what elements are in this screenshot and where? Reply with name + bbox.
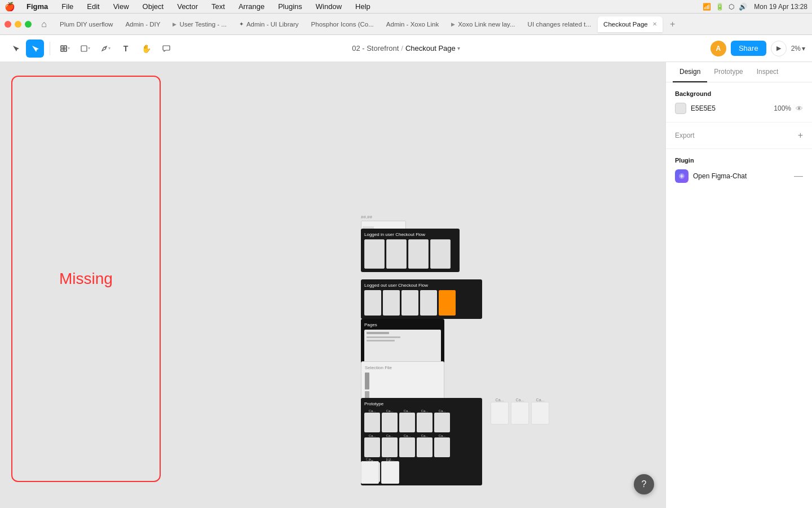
background-color-swatch[interactable] [675, 103, 686, 114]
tool-group-comment [157, 40, 175, 58]
status-icons: 📶 🔋 ⬡ 🔊 [703, 3, 747, 11]
menu-window[interactable]: Window [314, 1, 344, 12]
menu-vector[interactable]: Vector [175, 1, 200, 12]
mini-frame-orange [439, 290, 456, 316]
right-proto-3: Ca... [531, 398, 549, 424]
thumb-line-1 [367, 332, 389, 334]
wifi-icon: 📶 [703, 3, 711, 11]
breadcrumb-parent[interactable]: 02 - Storefront [352, 44, 399, 52]
tab-bar: ⌂ Plum DIY userflow Admin - DIY ▶ User T… [0, 14, 812, 35]
thumb-line-2 [367, 336, 400, 338]
menu-object[interactable]: Object [140, 1, 166, 12]
maximize-window-btn[interactable] [25, 21, 32, 28]
shape-tool[interactable]: ▾ [76, 40, 94, 58]
tab-xoxo-new[interactable]: ▶ Xoxo Link new lay... [445, 16, 520, 32]
hand-tool[interactable]: ✋ [137, 40, 155, 58]
play-icon: ▶ [173, 21, 176, 27]
background-row: E5E5E5 100% 👁 [675, 103, 803, 114]
plugin-name[interactable]: Open Figma-Chat [693, 172, 789, 180]
avatar[interactable]: A [710, 41, 726, 56]
help-button[interactable]: ? [634, 474, 654, 494]
traffic-lights [5, 21, 32, 28]
proto-frame-9 [417, 437, 433, 457]
tab-label: Xoxo Link new lay... [458, 21, 515, 28]
mini-frame-8 [420, 290, 437, 316]
plugin-section: Plugin Open Figma-Chat — [666, 149, 812, 191]
tab-checkout[interactable]: Checkout Page ✕ [598, 16, 663, 32]
datetime: Mon 19 Apr 13:28 [754, 3, 807, 11]
tab-close-icon[interactable]: ✕ [652, 21, 657, 27]
tab-plum-diy[interactable]: Plum DIY userflow [54, 16, 118, 32]
mini-frame-4 [430, 239, 451, 269]
mini-frame-1 [364, 239, 385, 269]
menu-bar: 🍎 Figma File Edit View Object Vector Tex… [0, 0, 812, 14]
pen-tool[interactable]: ▾ [96, 40, 114, 58]
present-button[interactable]: ▶ [771, 41, 787, 56]
main-frame[interactable]: Missing [11, 76, 161, 482]
frame-tool[interactable]: ▾ [56, 40, 74, 58]
close-window-btn[interactable] [5, 21, 11, 28]
breadcrumb-current-label: Checkout Page [405, 44, 456, 52]
thumb-pages-label: Pages [364, 322, 441, 327]
select-tool[interactable] [7, 40, 25, 58]
tab-inspect[interactable]: Inspect [750, 62, 785, 82]
mini-frame-3 [408, 239, 429, 269]
menu-plugins[interactable]: Plugins [276, 1, 304, 12]
menu-arrange[interactable]: Arrange [236, 1, 267, 12]
proto-item-10: Ca... [434, 434, 450, 457]
bottom-proto-frame-2 [381, 461, 399, 484]
chevron-down-icon: ▾ [88, 46, 90, 51]
thumb-line-3 [367, 340, 395, 341]
prototype-frames-2: Ca... Ca... Ca... Ca... [364, 434, 479, 457]
proto-item-4: Ca... [417, 409, 433, 432]
menu-file[interactable]: File [59, 1, 76, 12]
bottom-proto-1: Ca... [361, 457, 379, 484]
figma-menu[interactable]: Figma [24, 1, 50, 12]
proto-item-5: Ca... [434, 409, 450, 432]
tab-admin-diy[interactable]: Admin - DIY [120, 16, 166, 32]
zoom-control[interactable]: 2% ▾ [791, 45, 805, 52]
main-content: Missing ##.## Logged in user Checkout Fl… [0, 62, 812, 508]
plugin-section-title: Plugin [675, 157, 803, 164]
comment-tool[interactable] [157, 40, 175, 58]
tab-phosphor[interactable]: Phosphor Icons (Co... [306, 16, 379, 32]
bottom-proto-label: Ca... [361, 457, 379, 461]
proto-frame-2 [382, 413, 398, 432]
home-icon[interactable]: ⌂ [38, 19, 50, 30]
missing-text: Missing [59, 270, 113, 288]
tab-design[interactable]: Design [673, 62, 707, 82]
text-tool[interactable]: T [117, 40, 135, 58]
tab-admin-xoxo[interactable]: Admin - Xoxo Link [381, 16, 444, 32]
minimize-window-btn[interactable] [15, 21, 21, 28]
menu-edit[interactable]: Edit [85, 1, 102, 12]
bottom-proto-frame-1 [361, 461, 379, 484]
background-hex-value[interactable]: E5E5E5 [691, 104, 769, 112]
remove-plugin-icon[interactable]: — [794, 171, 803, 181]
move-tool[interactable] [26, 40, 44, 58]
tab-user-testing[interactable]: ▶ User Testing - ... [167, 16, 232, 32]
tab-admin-ui[interactable]: ✦ Admin - UI Library [233, 16, 304, 32]
thumb-dark-container-2[interactable]: Logged out user Checkout Flow [361, 279, 482, 319]
tool-group-select [7, 40, 44, 58]
breadcrumb-current-page[interactable]: Checkout Page ▾ [405, 44, 460, 52]
tab-plugin-icon: ✦ [239, 21, 244, 27]
add-export-icon[interactable]: + [798, 130, 803, 141]
menu-view[interactable]: View [111, 1, 131, 12]
background-opacity-value[interactable]: 100% [774, 104, 791, 112]
svg-rect-2 [61, 46, 67, 48]
panel-tabs: Design Prototype Inspect [666, 62, 812, 82]
thumb-dark-container[interactable]: Logged in user Checkout Flow [361, 229, 460, 272]
canvas[interactable]: Missing ##.## Logged in user Checkout Fl… [0, 62, 665, 508]
visibility-toggle-icon[interactable]: 👁 [796, 104, 803, 113]
chevron-down-icon: ▾ [802, 45, 805, 52]
tool-group-pen: ▾ [96, 40, 114, 58]
right-panel: Design Prototype Inspect Background E5E5… [665, 62, 812, 508]
tab-label: Phosphor Icons (Co... [311, 21, 374, 28]
tab-prototype[interactable]: Prototype [707, 62, 749, 82]
share-button[interactable]: Share [731, 41, 766, 56]
menu-text[interactable]: Text [209, 1, 227, 12]
menu-help[interactable]: Help [353, 1, 373, 12]
tab-ui-changes[interactable]: UI changes related t... [522, 16, 597, 32]
new-tab-btn[interactable]: + [666, 17, 679, 31]
apple-menu[interactable]: 🍎 [5, 2, 15, 12]
